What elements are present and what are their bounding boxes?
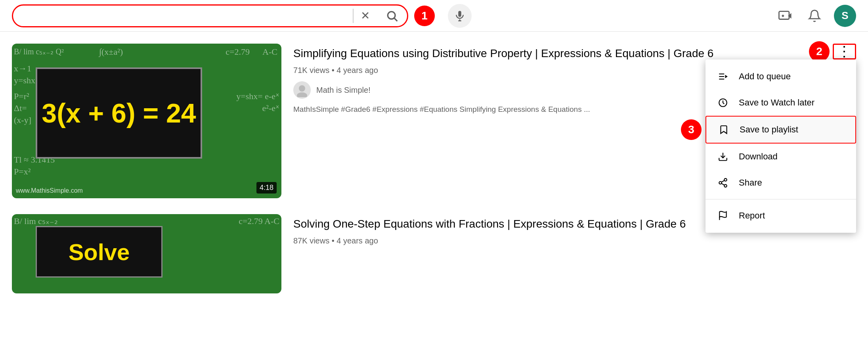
- bell-icon: [808, 9, 821, 23]
- search-area: math for grade 6 ✕ 1: [12, 4, 408, 27]
- chalk-bg-text8: Δt=: [14, 103, 27, 113]
- chalk-bg-text4: A-C: [262, 47, 277, 57]
- chalk-bg-text5: x→1: [14, 63, 31, 74]
- svg-point-10: [297, 92, 307, 97]
- results-column: B/ lim c₅ₓ₋₂ Q² ∫(x±a²) c=2.79 A-C x→1 y…: [12, 44, 856, 341]
- svg-point-19: [724, 184, 727, 187]
- create-icon: [778, 9, 792, 23]
- share-icon: [717, 178, 729, 188]
- step-badge-2: 2: [809, 41, 830, 62]
- save-to-playlist-label: Save to playlist: [740, 125, 798, 135]
- chalk-bg-text13: P=x²: [14, 167, 31, 177]
- video-meta-2: 87K views • 4 years ago: [293, 236, 823, 245]
- create-button[interactable]: [775, 6, 795, 26]
- svg-line-21: [721, 180, 724, 182]
- thumbnail-bg-2: B/ lim c₅ₓ₋₂ c=2.79 A-C Solve: [12, 214, 281, 293]
- channel-avatar-1[interactable]: [293, 81, 311, 99]
- menu-add-to-queue[interactable]: Add to queue: [705, 63, 856, 90]
- search-button[interactable]: [377, 10, 407, 22]
- chalk-bg-text7: P=r²: [14, 91, 29, 102]
- menu-download[interactable]: Download: [705, 144, 856, 170]
- save-to-playlist-container: 3 Save to playlist: [705, 116, 856, 144]
- chalk-bg-text2: ∫(x±a²): [99, 47, 123, 57]
- menu-save-to-playlist[interactable]: Save to playlist: [705, 116, 856, 144]
- blackboard-2: Solve: [36, 226, 163, 278]
- video-title-1[interactable]: Simplifying Equations using Distributive…: [293, 46, 821, 61]
- svg-line-20: [721, 184, 724, 185]
- video-age-2: 4 years ago: [336, 236, 378, 245]
- meta-sep-2: •: [332, 236, 337, 245]
- download-label: Download: [739, 151, 778, 162]
- chalk-bg-text9: (x-y]: [14, 115, 31, 125]
- video-item-1: B/ lim c₅ₓ₋₂ Q² ∫(x±a²) c=2.79 A-C x→1 y…: [12, 44, 856, 198]
- save-watch-later-label: Save to Watch later: [739, 98, 814, 108]
- more-options-container: 2 ⋮: [833, 44, 856, 198]
- channel-name-1[interactable]: Math is Simple!: [316, 86, 371, 95]
- solve-text: Solve: [69, 239, 130, 265]
- thumbnail-bg-1: B/ lim c₅ₓ₋₂ Q² ∫(x±a²) c=2.79 A-C x→1 y…: [12, 44, 281, 198]
- header-right: S: [775, 5, 856, 27]
- chalk-bg-text: B/ lim c₅ₓ₋₂ Q²: [14, 47, 64, 56]
- view-count-2: 87K views: [293, 236, 329, 245]
- chalk-bg-text3: c=2.79: [226, 47, 250, 57]
- svg-point-9: [299, 85, 305, 92]
- header: math for grade 6 ✕ 1: [0, 0, 868, 32]
- flag-icon: [717, 211, 729, 221]
- duration-badge-1: 4:18: [256, 182, 277, 193]
- thumbnail-1[interactable]: B/ lim c₅ₓ₋₂ Q² ∫(x±a²) c=2.79 A-C x→1 y…: [12, 44, 281, 198]
- mic-button[interactable]: [448, 4, 472, 28]
- add-to-queue-label: Add to queue: [739, 71, 791, 82]
- menu-save-watch-later[interactable]: Save to Watch later: [705, 90, 856, 116]
- svg-point-17: [724, 178, 727, 181]
- menu-report[interactable]: Report: [705, 203, 856, 229]
- search-icon: [386, 10, 398, 22]
- svg-line-1: [394, 18, 397, 21]
- more-options-button-1[interactable]: ⋮: [833, 44, 856, 59]
- chalk-text-v2b: c=2.79 A-C: [239, 216, 279, 226]
- report-label: Report: [739, 211, 765, 221]
- menu-share[interactable]: Share: [705, 170, 856, 196]
- video-age-1: 4 years ago: [336, 66, 378, 75]
- svg-marker-6: [788, 13, 792, 18]
- bookmark-icon: [717, 125, 730, 135]
- view-count-1: 71K views: [293, 66, 329, 75]
- clear-icon: ✕: [361, 9, 370, 22]
- svg-point-18: [719, 182, 722, 184]
- context-menu: Add to queue Save to Watch later: [705, 59, 856, 233]
- avatar[interactable]: S: [834, 5, 856, 27]
- step-badge-3: 3: [681, 119, 702, 140]
- blackboard: 3(x + 6) = 24: [36, 67, 202, 159]
- notifications-button[interactable]: [805, 6, 824, 26]
- clock-icon: [717, 98, 729, 108]
- main-content: B/ lim c₅ₓ₋₂ Q² ∫(x±a²) c=2.79 A-C x→1 y…: [0, 32, 868, 341]
- step-badge-1: 1: [414, 6, 435, 26]
- meta-separator-1: •: [332, 66, 337, 75]
- mic-icon: [454, 10, 466, 22]
- queue-icon: [717, 71, 729, 82]
- svg-rect-2: [458, 11, 461, 17]
- download-icon: [717, 151, 729, 162]
- equation-text: 3(x + 6) = 24: [42, 98, 196, 128]
- three-dots-icon: ⋮: [837, 47, 852, 56]
- thumbnail-2[interactable]: B/ lim c₅ₓ₋₂ c=2.79 A-C Solve: [12, 214, 281, 293]
- channel-avatar-img: [295, 83, 309, 97]
- chalk-bg-text11: e²-eˣ: [262, 103, 279, 113]
- svg-rect-5: [779, 11, 789, 19]
- svg-marker-14: [725, 75, 728, 79]
- clear-button[interactable]: ✕: [354, 9, 377, 22]
- search-input[interactable]: math for grade 6: [13, 6, 353, 26]
- chalk-text-v2: B/ lim c₅ₓ₋₂: [14, 216, 58, 226]
- chalk-bg-text10: y=shx= e-eˣ: [236, 91, 279, 102]
- svg-point-0: [388, 11, 395, 19]
- watermark: www.MathisSimple.com: [16, 187, 83, 194]
- menu-divider: [705, 199, 856, 199]
- share-label: Share: [739, 178, 762, 188]
